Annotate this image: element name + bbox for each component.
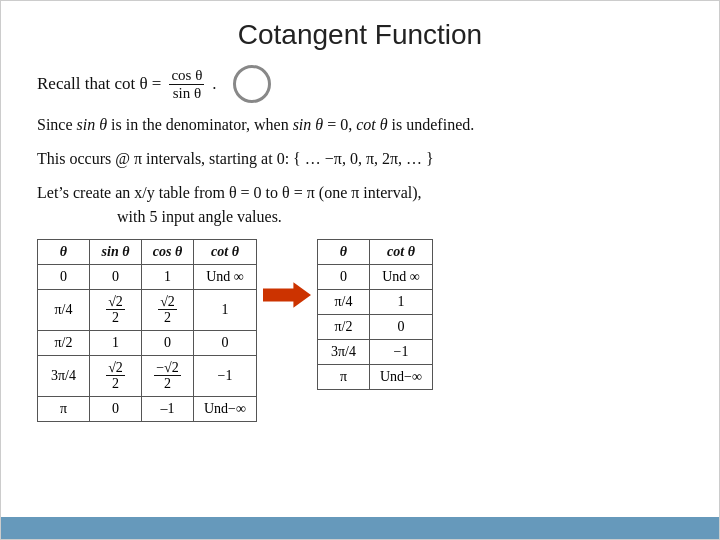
- left-table: θ sin θ cos θ cot θ 0 0 1 Und ∞ π/4: [37, 239, 257, 422]
- left-col-theta: θ: [38, 240, 90, 265]
- recall-text: Recall that cot θ =: [37, 74, 161, 94]
- table-row: π 0 –1 Und−∞: [38, 396, 257, 421]
- left-col-cot: cot θ: [194, 240, 257, 265]
- table-row: π/2 1 0 0: [38, 330, 257, 355]
- body-line2: Since sin θ is in the denominator, when …: [37, 113, 683, 137]
- right-col-theta: θ: [318, 240, 370, 265]
- recall-line: Recall that cot θ = cos θ sin θ .: [37, 65, 683, 103]
- table-row: 3π/4 √22 −√22 −1: [38, 355, 257, 396]
- right-table: θ cot θ 0 Und ∞ π/4 1 π/2 0: [317, 239, 433, 390]
- circle-graphic: [233, 65, 271, 103]
- table-row: π Und−∞: [318, 365, 433, 390]
- right-table-wrap: θ cot θ 0 Und ∞ π/4 1 π/2 0: [317, 239, 433, 390]
- body-line4a: Let’s create an x/y table from θ = 0 to …: [37, 184, 422, 201]
- bottom-bar: [1, 517, 719, 539]
- slide: Cotangent Function Recall that cot θ = c…: [0, 0, 720, 540]
- left-col-sin: sin θ: [90, 240, 142, 265]
- left-table-wrap: θ sin θ cos θ cot θ 0 0 1 Und ∞ π/4: [37, 239, 257, 422]
- body-line4b: with 5 input angle values.: [117, 208, 282, 225]
- right-col-cot: cot θ: [370, 240, 433, 265]
- fraction-numer: cos θ: [169, 67, 204, 85]
- page-title: Cotangent Function: [37, 19, 683, 51]
- table-row: 0 0 1 Und ∞: [38, 265, 257, 290]
- table-row: π/2 0: [318, 315, 433, 340]
- body-line3: This occurs @ π intervals, starting at 0…: [37, 147, 683, 171]
- table-row: 3π/4 −1: [318, 340, 433, 365]
- arrow-icon: [263, 279, 311, 311]
- body-line4: Let’s create an x/y table from θ = 0 to …: [37, 181, 683, 229]
- arrow-wrap: [257, 239, 317, 311]
- table-row: π/4 √22 √22 1: [38, 290, 257, 331]
- left-col-cos: cos θ: [142, 240, 194, 265]
- recall-suffix: .: [212, 74, 216, 94]
- fraction-denom: sin θ: [171, 85, 203, 102]
- fraction: cos θ sin θ: [169, 67, 204, 101]
- table-row: π/4 1: [318, 290, 433, 315]
- tables-container: θ sin θ cos θ cot θ 0 0 1 Und ∞ π/4: [37, 239, 683, 422]
- svg-marker-0: [263, 282, 311, 308]
- table-row: 0 Und ∞: [318, 265, 433, 290]
